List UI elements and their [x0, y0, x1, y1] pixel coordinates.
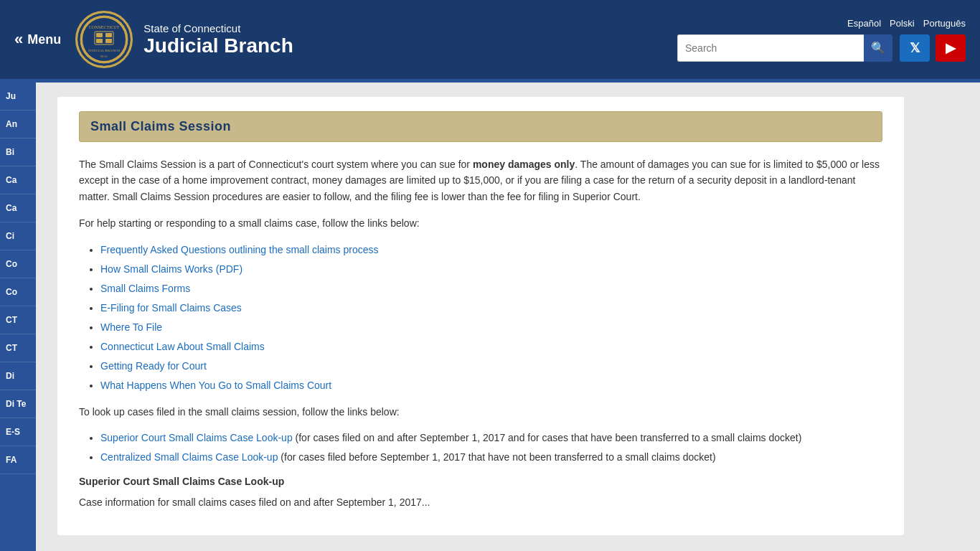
sidebar: Ju An Bi Ca Ca Ci Co Co CT CT Di Di Te E…: [0, 83, 36, 551]
svg-rect-5: [96, 33, 103, 37]
help-text: For help starting or responding to a sma…: [79, 215, 882, 231]
brand-text: State of Connecticut Judicial Branch: [143, 22, 293, 57]
sidebar-item-1[interactable]: An: [0, 110, 36, 138]
list-item: What Happens When You Go to Small Claims…: [100, 378, 882, 393]
link-superior-court-lookup[interactable]: Superior Court Small Claims Case Look-up: [100, 432, 293, 443]
svg-text:CONNECTICUT: CONNECTICUT: [89, 25, 120, 29]
svg-rect-7: [96, 39, 103, 43]
intro-bold-text: money damages only: [473, 159, 575, 170]
sidebar-item-10[interactable]: Di: [0, 362, 36, 390]
intro-paragraph: The Small Claims Session is a part of Co…: [79, 156, 882, 204]
link-what-happens[interactable]: What Happens When You Go to Small Claims…: [100, 380, 331, 391]
header-right: Español Polski Português 🔍 𝕏 ▶: [677, 18, 966, 62]
sidebar-item-13[interactable]: FA: [0, 446, 36, 474]
header-actions: 🔍 𝕏 ▶: [677, 34, 966, 62]
link-where-to-file[interactable]: Where To File: [100, 321, 162, 333]
sidebar-item-12[interactable]: E-S: [0, 418, 36, 446]
sidebar-item-7[interactable]: Co: [0, 278, 36, 306]
search-icon: 🔍: [871, 41, 885, 55]
sidebar-item-9[interactable]: CT: [0, 334, 36, 362]
sidebar-item-5[interactable]: Ci: [0, 222, 36, 250]
state-seal: CONNECTICUT JUDICIAL BRANCH SEAL: [75, 11, 133, 68]
lang-espanol[interactable]: Español: [847, 18, 881, 29]
branch-name: Judicial Branch: [143, 34, 293, 57]
page-title: Small Claims Session: [90, 119, 871, 134]
lookup-link-0-suffix: (for cases filed on and after September …: [296, 432, 802, 443]
list-item: How Small Claims Works (PDF): [100, 262, 882, 277]
list-item: Where To File: [100, 320, 882, 335]
list-item: Centralized Small Claims Case Look-up (f…: [100, 450, 882, 465]
search-input[interactable]: [677, 34, 864, 62]
content-area: Small Claims Session The Small Claims Se…: [36, 83, 980, 551]
sidebar-item-8[interactable]: CT: [0, 306, 36, 334]
lookup-text: To look up cases filed in the small clai…: [79, 404, 882, 420]
sidebar-item-4[interactable]: Ca: [0, 194, 36, 222]
state-name: State of Connecticut: [143, 22, 293, 34]
link-faq[interactable]: Frequently Asked Questions outlining the…: [100, 244, 379, 255]
list-item: Connecticut Law About Small Claims: [100, 339, 882, 354]
header: « Menu CONNECTICUT JUDICIAL BRANCH SEAL …: [0, 0, 980, 79]
section-text: Case information for small claims cases …: [79, 494, 882, 510]
search-box: 🔍: [677, 34, 892, 62]
main-links-list: Frequently Asked Questions outlining the…: [79, 242, 882, 393]
svg-rect-8: [105, 39, 112, 43]
twitter-icon[interactable]: 𝕏: [900, 34, 930, 62]
list-item: Superior Court Small Claims Case Look-up…: [100, 430, 882, 446]
link-efiling[interactable]: E-Filing for Small Claims Cases: [100, 302, 242, 314]
link-centralized-lookup[interactable]: Centralized Small Claims Case Look-up: [100, 451, 278, 463]
intro-text-before-bold: The Small Claims Session is a part of Co…: [79, 159, 473, 170]
sidebar-item-2[interactable]: Bi: [0, 138, 36, 166]
link-ct-law[interactable]: Connecticut Law About Small Claims: [100, 341, 265, 352]
menu-label: Menu: [27, 32, 61, 47]
section-heading: Superior Court Small Claims Case Look-up: [79, 476, 882, 487]
link-getting-ready[interactable]: Getting Ready for Court: [100, 360, 207, 372]
lang-portugues[interactable]: Português: [923, 18, 966, 29]
list-item: Frequently Asked Questions outlining the…: [100, 242, 882, 258]
lang-polski[interactable]: Polski: [890, 18, 915, 29]
menu-button[interactable]: « Menu: [14, 30, 61, 49]
sidebar-item-6[interactable]: Co: [0, 250, 36, 278]
svg-text:JUDICIAL BRANCH: JUDICIAL BRANCH: [88, 49, 121, 52]
logo-area: CONNECTICUT JUDICIAL BRANCH SEAL State o…: [75, 11, 677, 68]
lookup-link-1-suffix: (for cases filed before September 1, 201…: [281, 451, 715, 463]
svg-rect-6: [105, 33, 112, 37]
sidebar-item-11[interactable]: Di Te: [0, 390, 36, 418]
page-heading: Small Claims Session: [79, 111, 882, 142]
menu-chevron-icon: «: [14, 30, 23, 49]
language-links: Español Polski Português: [847, 18, 966, 29]
list-item: Small Claims Forms: [100, 281, 882, 296]
sidebar-item-3[interactable]: Ca: [0, 166, 36, 194]
lookup-links-list: Superior Court Small Claims Case Look-up…: [79, 430, 882, 465]
content-box: Small Claims Session The Small Claims Se…: [57, 97, 904, 535]
list-item: Getting Ready for Court: [100, 359, 882, 374]
link-forms[interactable]: Small Claims Forms: [100, 283, 190, 294]
search-button[interactable]: 🔍: [864, 34, 892, 62]
sidebar-item-0[interactable]: Ju: [0, 83, 36, 110]
svg-text:SEAL: SEAL: [100, 55, 108, 58]
social-icons: 𝕏 ▶: [900, 34, 966, 62]
list-item: E-Filing for Small Claims Cases: [100, 301, 882, 316]
main-wrapper: Ju An Bi Ca Ca Ci Co Co CT CT Di Di Te E…: [0, 83, 980, 551]
link-how-works[interactable]: How Small Claims Works (PDF): [100, 263, 242, 275]
youtube-icon[interactable]: ▶: [936, 34, 966, 62]
